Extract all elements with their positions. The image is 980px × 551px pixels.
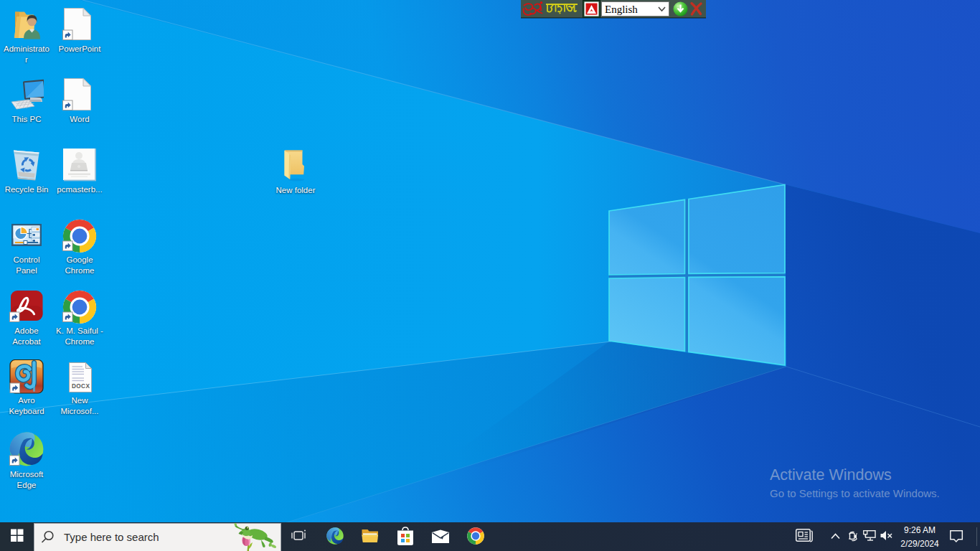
svg-text:English: English — [605, 4, 638, 15]
svg-text:DOCX: DOCX — [72, 383, 90, 390]
